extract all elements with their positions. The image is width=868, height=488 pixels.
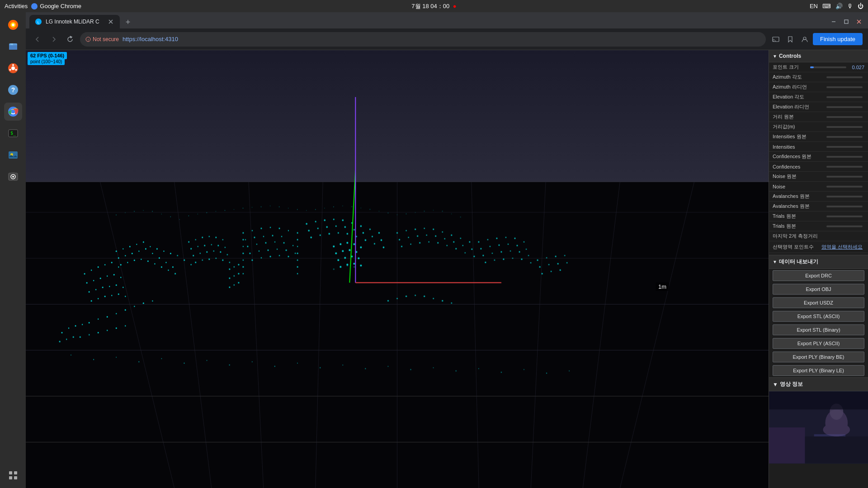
svg-point-123 <box>98 298 99 299</box>
svg-point-269 <box>401 246 402 247</box>
sidebar-help[interactable]: ? <box>4 81 22 99</box>
svg-point-99 <box>147 260 149 262</box>
new-tab-button[interactable]: + <box>122 16 134 28</box>
trials-orig2-label: Trials 원본 <box>773 223 826 230</box>
sidebar-screenshot[interactable] <box>4 168 22 186</box>
svg-point-82 <box>170 253 171 254</box>
svg-point-113 <box>107 275 108 276</box>
cast-icon[interactable] <box>769 33 782 46</box>
export-ply-binary-le-button[interactable]: Export PLY (Binary LE) <box>773 365 864 376</box>
svg-point-240 <box>344 257 346 258</box>
tab-close-button[interactable] <box>107 18 114 25</box>
intensities-slider[interactable] <box>826 146 863 148</box>
export-stl-binary-button[interactable]: Export STL (Binary) <box>773 324 864 335</box>
video-info-section-header[interactable]: ▼ 영상 정보 <box>769 377 868 391</box>
bookmark-icon[interactable] <box>784 33 797 46</box>
mic-icon[interactable]: 🎙 <box>847 3 853 9</box>
svg-point-344 <box>116 214 117 215</box>
export-obj-button[interactable]: Export OBJ <box>773 284 864 295</box>
confidences-slider[interactable] <box>826 166 863 168</box>
svg-point-68 <box>107 330 108 331</box>
trials-orig2-slider[interactable] <box>826 225 863 227</box>
minimize-button[interactable] <box>828 16 839 27</box>
sidebar-files[interactable] <box>4 38 22 56</box>
svg-point-143 <box>213 250 214 251</box>
noise-orig-slider[interactable] <box>826 176 863 178</box>
svg-point-54 <box>68 328 69 328</box>
forward-button[interactable] <box>47 33 60 46</box>
control-row-confidences-orig: Confidences 원본 <box>769 152 868 162</box>
control-row-elevation-angle: Elevation 각도 <box>769 92 868 102</box>
export-ply-ascii-button[interactable]: Export PLY (ASCII) <box>773 338 864 349</box>
activities-button[interactable]: Activities <box>5 3 28 9</box>
export-drc-button[interactable]: Export DRC <box>773 270 864 281</box>
intensities-orig-slider[interactable] <box>826 136 863 138</box>
sidebar-ubuntu-software[interactable] <box>4 59 22 77</box>
profile-icon[interactable] <box>798 33 811 46</box>
svg-point-84 <box>184 259 185 261</box>
controls-section-header[interactable]: ▼ Controls <box>769 50 868 62</box>
svg-point-293 <box>510 250 511 251</box>
export-stl-ascii-button[interactable]: Export STL (ASCII) <box>773 311 864 322</box>
svg-point-380 <box>442 211 443 211</box>
finish-update-button[interactable]: Finish update <box>813 33 863 45</box>
sidebar-chrome[interactable] <box>4 103 22 121</box>
svg-point-252 <box>406 230 406 231</box>
svg-point-371 <box>361 207 362 208</box>
svg-point-65 <box>80 336 81 338</box>
control-row-intensities: Intensities <box>769 142 868 152</box>
elevation-radian-slider[interactable] <box>826 106 863 108</box>
sidebar-apps-grid[interactable] <box>4 466 22 484</box>
svg-point-201 <box>234 284 235 285</box>
sidebar-photos[interactable] <box>4 146 22 164</box>
export-ply-binary-be-button[interactable]: Export PLY (Binary BE) <box>773 352 864 362</box>
svg-point-187 <box>243 273 244 274</box>
control-row-elevation-radian: Elevation 라디언 <box>769 102 868 112</box>
point-size-slider[interactable] <box>810 66 846 68</box>
point-size-value: 0.027 <box>848 65 864 70</box>
svg-point-73 <box>73 336 74 338</box>
3d-viewport[interactable]: 62 FPS (0-146) point (100~140) 1m <box>26 50 769 488</box>
url-bar[interactable]: ! Not secure https://localhost:4310 <box>80 32 766 47</box>
svg-point-336 <box>410 369 411 370</box>
close-button[interactable] <box>854 16 864 27</box>
azimuth-angle-slider[interactable] <box>826 76 863 78</box>
noise-slider[interactable] <box>826 186 863 188</box>
svg-point-323 <box>116 357 117 358</box>
volume-icon[interactable]: 🔊 <box>835 3 843 9</box>
avalanches-orig-slider[interactable] <box>826 196 863 197</box>
language-indicator[interactable]: EN <box>810 3 818 9</box>
select-area-link[interactable]: 영역을 선택하세요 <box>820 243 864 251</box>
export-section-header[interactable]: ▼ 데이터 내보내기 <box>769 255 868 269</box>
elevation-angle-slider[interactable] <box>826 96 863 98</box>
distance-m-slider[interactable] <box>826 126 863 128</box>
confidences-orig-slider[interactable] <box>826 156 863 158</box>
sidebar-terminal[interactable]: $_ <box>4 124 22 142</box>
svg-point-156 <box>279 228 280 229</box>
reload-button[interactable] <box>64 33 76 46</box>
distance-orig-slider[interactable] <box>826 116 863 118</box>
browser-tab-active[interactable]: L LG Innotek MLiDAR C <box>29 15 120 28</box>
export-usdz-button[interactable]: Export USDZ <box>773 297 864 308</box>
back-button[interactable] <box>31 33 44 46</box>
svg-point-178 <box>269 256 271 257</box>
power-icon[interactable]: ⏻ <box>858 3 863 9</box>
svg-point-171 <box>259 250 259 251</box>
svg-point-165 <box>256 244 257 244</box>
maximize-button[interactable] <box>841 16 852 27</box>
avalanches-orig2-slider[interactable] <box>826 206 863 207</box>
svg-point-166 <box>265 242 266 244</box>
chrome-taskbar-label: Google Chrome <box>40 3 81 9</box>
svg-point-0 <box>33 5 36 8</box>
svg-point-192 <box>297 266 298 267</box>
svg-point-131 <box>209 236 210 237</box>
trials-orig-slider[interactable] <box>826 216 863 217</box>
svg-point-257 <box>451 235 452 236</box>
chrome-indicator[interactable]: Google Chrome <box>31 3 81 9</box>
video-svg <box>769 391 868 464</box>
sidebar-firefox[interactable] <box>4 16 22 34</box>
y-axis-line <box>349 169 355 282</box>
svg-point-150 <box>222 259 223 261</box>
azimuth-radian-slider[interactable] <box>826 86 863 88</box>
svg-point-339 <box>478 368 479 369</box>
